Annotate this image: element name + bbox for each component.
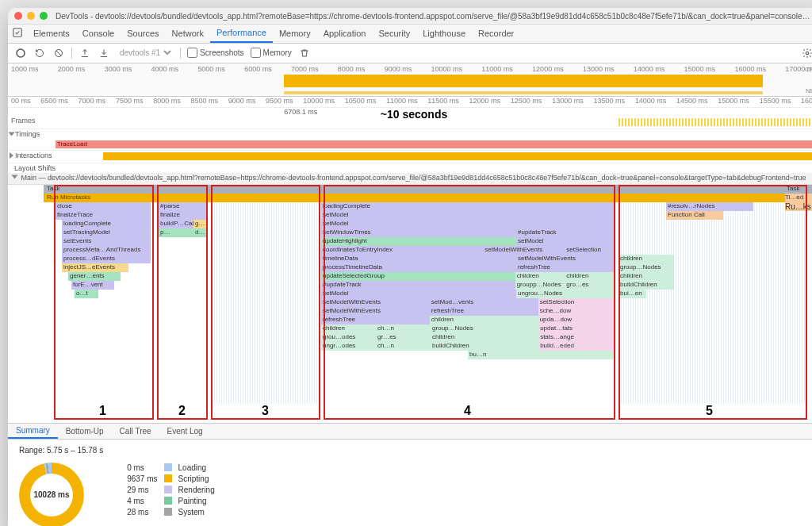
tab-elements[interactable]: Elements <box>27 25 76 42</box>
tab-console[interactable]: Console <box>76 25 121 42</box>
session-select[interactable]: devtools #1 <box>117 48 174 58</box>
chevron-down-icon[interactable] <box>12 175 18 179</box>
range-text: Range: 5.75 s – 15.78 s <box>19 446 103 455</box>
titlebar: DevTools - devtools://devtools/bundled/d… <box>8 8 812 25</box>
tab-summary[interactable]: Summary <box>8 424 58 439</box>
region-2 <box>157 185 208 420</box>
tab-bottom-up[interactable]: Bottom-Up <box>58 424 112 439</box>
svg-rect-0 <box>13 29 22 37</box>
tab-application[interactable]: Application <box>317 25 373 42</box>
net-band <box>284 91 763 94</box>
memory-checkbox[interactable]: Memory <box>251 48 292 58</box>
region-3 <box>211 185 320 420</box>
region-4 <box>324 185 615 420</box>
download-icon[interactable] <box>98 47 110 60</box>
close-icon[interactable] <box>14 12 22 20</box>
devtools-window: DevTools - devtools://devtools/bundled/d… <box>8 8 812 526</box>
chevron-right-icon[interactable] <box>10 152 13 159</box>
tab-event-log[interactable]: Event Log <box>159 424 211 439</box>
summary-donut: 10028 ms <box>19 463 84 526</box>
panel-tabs: Elements Console Sources Network Perform… <box>8 25 812 43</box>
tab-performance[interactable]: Performance <box>210 25 273 42</box>
interaction-bar[interactable] <box>103 152 812 160</box>
ruler-subtick: 6708.1 ms <box>284 108 317 116</box>
tab-network[interactable]: Network <box>166 25 210 42</box>
tab-sources[interactable]: Sources <box>121 25 165 42</box>
record-icon[interactable] <box>14 47 27 60</box>
svg-point-3 <box>806 52 809 55</box>
window-controls <box>14 12 48 20</box>
upload-icon[interactable] <box>79 47 91 60</box>
svg-point-1 <box>17 49 25 57</box>
tab-security[interactable]: Security <box>372 25 416 42</box>
tab-recorder[interactable]: Recorder <box>472 25 520 42</box>
reload-icon[interactable] <box>33 47 46 60</box>
chevron-down-icon[interactable] <box>9 132 15 136</box>
tab-memory[interactable]: Memory <box>273 25 317 42</box>
maximize-icon[interactable] <box>40 12 48 20</box>
inspect-icon[interactable] <box>8 27 27 40</box>
summary-panel: Range: 5.75 s – 15.78 s 10028 ms 0 msLoa… <box>8 440 812 526</box>
region-5 <box>619 185 807 420</box>
frames-track[interactable]: Frames <box>8 117 812 129</box>
clear-icon[interactable] <box>52 47 65 60</box>
summary-legend: 0 msLoading 9637 msScripting 29 msRender… <box>127 463 215 516</box>
timings-track[interactable]: Timings TraceLoad <box>8 129 812 151</box>
layout-shifts-track[interactable]: Layout Shifts <box>8 163 812 175</box>
region-1 <box>54 185 154 420</box>
window-title: DevTools - devtools://devtools/bundled/d… <box>56 12 812 21</box>
trash-icon[interactable] <box>298 47 311 60</box>
main-thread-header[interactable]: Main — devtools://devtools/bundled/devto… <box>8 174 812 185</box>
traceload-bar[interactable]: TraceLoad <box>56 140 812 148</box>
overview-timeline[interactable]: 1000 ms2000 ms 3000 ms4000 ms 5000 ms600… <box>8 63 812 98</box>
minimize-icon[interactable] <box>27 12 35 20</box>
screenshots-checkbox[interactable]: Screenshots <box>187 48 244 58</box>
detail-tabs: Summary Bottom-Up Call Tree Event Log <box>8 423 812 440</box>
cpu-band <box>284 75 763 87</box>
tab-lighthouse[interactable]: Lighthouse <box>416 25 472 42</box>
perf-toolbar: devtools #1 Screenshots Memory <box>8 44 812 63</box>
gear-icon[interactable] <box>801 47 812 60</box>
interactions-track[interactable]: Interactions <box>8 151 812 163</box>
tab-call-tree[interactable]: Call Tree <box>112 424 159 439</box>
flame-chart[interactable]: Task Task Run Microtasks Ti…ed close fin… <box>8 185 812 423</box>
time-ruler[interactable]: 00 ms6500 ms7000 ms 7500 ms8000 ms8500 m… <box>8 97 812 108</box>
